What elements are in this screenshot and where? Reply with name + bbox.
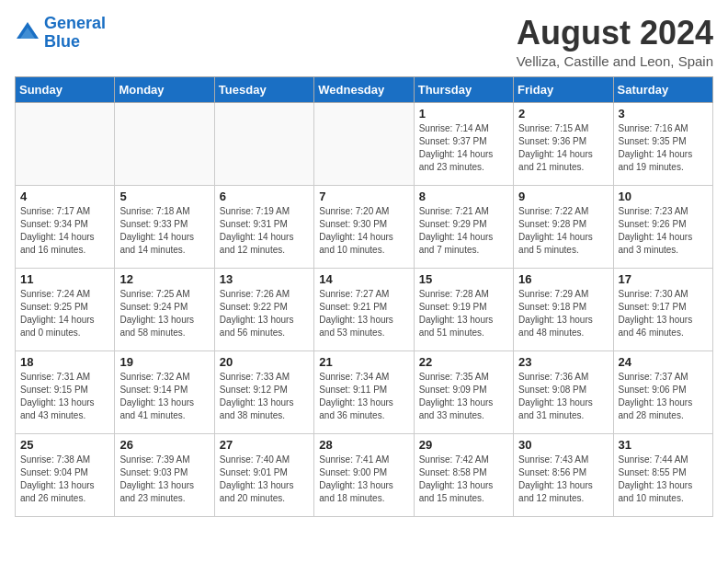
day-info: Sunrise: 7:37 AMSunset: 9:06 PMDaylight:… [619,371,708,422]
day-number: 17 [619,272,708,286]
day-number: 8 [419,190,508,203]
day-info: Sunrise: 7:19 AMSunset: 9:31 PMDaylight:… [220,205,309,257]
calendar-cell: 19Sunrise: 7:32 AMSunset: 9:14 PMDayligh… [115,350,214,433]
day-number: 7 [319,190,408,203]
day-info: Sunrise: 7:33 AMSunset: 9:12 PMDaylight:… [220,371,309,422]
weekday-header-monday: Monday [115,76,214,102]
day-info: Sunrise: 7:41 AMSunset: 9:00 PMDaylight:… [319,454,408,505]
week-row-4: 18Sunrise: 7:31 AMSunset: 9:15 PMDayligh… [16,350,713,433]
calendar-cell: 30Sunrise: 7:43 AMSunset: 8:56 PMDayligh… [514,433,613,516]
day-number: 22 [419,355,508,369]
day-info: Sunrise: 7:22 AMSunset: 9:28 PMDaylight:… [518,205,608,257]
calendar-cell: 21Sunrise: 7:34 AMSunset: 9:11 PMDayligh… [314,350,414,433]
calendar-cell: 17Sunrise: 7:30 AMSunset: 9:17 PMDayligh… [613,268,712,350]
day-info: Sunrise: 7:14 AMSunset: 9:37 PMDaylight:… [419,122,508,174]
day-number: 15 [419,272,508,286]
calendar-cell: 5Sunrise: 7:18 AMSunset: 9:33 PMDaylight… [115,185,214,268]
calendar-cell: 14Sunrise: 7:27 AMSunset: 9:21 PMDayligh… [314,268,414,350]
day-number: 23 [518,355,608,369]
day-info: Sunrise: 7:30 AMSunset: 9:17 PMDaylight:… [619,288,708,339]
day-info: Sunrise: 7:36 AMSunset: 9:08 PMDaylight:… [518,371,608,422]
calendar-cell: 11Sunrise: 7:24 AMSunset: 9:25 PMDayligh… [16,268,115,350]
day-info: Sunrise: 7:16 AMSunset: 9:35 PMDaylight:… [619,122,708,174]
calendar-cell: 9Sunrise: 7:22 AMSunset: 9:28 PMDaylight… [514,185,613,268]
week-row-5: 25Sunrise: 7:38 AMSunset: 9:04 PMDayligh… [16,433,713,516]
calendar-cell: 31Sunrise: 7:44 AMSunset: 8:55 PMDayligh… [613,433,712,516]
day-number: 18 [20,355,109,369]
calendar-cell: 28Sunrise: 7:41 AMSunset: 9:00 PMDayligh… [314,433,414,516]
day-info: Sunrise: 7:18 AMSunset: 9:33 PMDaylight:… [119,205,209,257]
main-title: August 2024 [517,15,713,52]
day-info: Sunrise: 7:32 AMSunset: 9:14 PMDaylight:… [119,371,209,422]
calendar-cell [16,102,115,185]
day-info: Sunrise: 7:15 AMSunset: 9:36 PMDaylight:… [518,122,608,174]
weekday-header-wednesday: Wednesday [314,76,414,102]
weekday-header-tuesday: Tuesday [214,76,313,102]
weekday-header-friday: Friday [514,76,613,102]
weekday-header-row: SundayMondayTuesdayWednesdayThursdayFrid… [16,76,713,102]
calendar-cell: 24Sunrise: 7:37 AMSunset: 9:06 PMDayligh… [613,350,712,433]
day-info: Sunrise: 7:17 AMSunset: 9:34 PMDaylight:… [20,205,109,257]
calendar-cell: 4Sunrise: 7:17 AMSunset: 9:34 PMDaylight… [16,185,115,268]
logo-line1: General [44,14,106,32]
calendar-cell [115,102,214,185]
calendar-cell: 1Sunrise: 7:14 AMSunset: 9:37 PMDaylight… [414,102,513,185]
calendar-cell: 25Sunrise: 7:38 AMSunset: 9:04 PMDayligh… [16,433,115,516]
weekday-header-saturday: Saturday [613,76,712,102]
calendar-cell: 20Sunrise: 7:33 AMSunset: 9:12 PMDayligh… [214,350,313,433]
weekday-header-thursday: Thursday [414,76,513,102]
day-number: 13 [220,272,309,286]
week-row-1: 1Sunrise: 7:14 AMSunset: 9:37 PMDaylight… [16,102,713,185]
calendar-table: SundayMondayTuesdayWednesdayThursdayFrid… [15,76,713,517]
day-number: 14 [319,272,408,286]
day-info: Sunrise: 7:40 AMSunset: 9:01 PMDaylight:… [220,454,309,505]
day-number: 31 [619,438,708,452]
day-info: Sunrise: 7:35 AMSunset: 9:09 PMDaylight:… [419,371,508,422]
calendar-cell: 7Sunrise: 7:20 AMSunset: 9:30 PMDaylight… [314,185,414,268]
day-info: Sunrise: 7:27 AMSunset: 9:21 PMDaylight:… [319,288,408,339]
day-number: 6 [220,190,309,203]
day-number: 16 [518,272,608,286]
calendar-cell [214,102,313,185]
calendar-cell: 18Sunrise: 7:31 AMSunset: 9:15 PMDayligh… [16,350,115,433]
day-number: 19 [119,355,209,369]
day-info: Sunrise: 7:34 AMSunset: 9:11 PMDaylight:… [319,371,408,422]
day-number: 29 [419,438,508,452]
day-number: 2 [518,107,608,121]
calendar-cell: 8Sunrise: 7:21 AMSunset: 9:29 PMDaylight… [414,185,513,268]
day-info: Sunrise: 7:39 AMSunset: 9:03 PMDaylight:… [119,454,209,505]
logo-line2: Blue [44,32,80,51]
day-number: 9 [518,190,608,203]
weekday-header-sunday: Sunday [16,76,115,102]
day-info: Sunrise: 7:24 AMSunset: 9:25 PMDaylight:… [20,288,109,339]
day-number: 21 [319,355,408,369]
title-block: August 2024 Velliza, Castille and Leon, … [517,15,713,69]
calendar-cell: 13Sunrise: 7:26 AMSunset: 9:22 PMDayligh… [214,268,313,350]
subtitle: Velliza, Castille and Leon, Spain [517,53,713,69]
day-number: 11 [20,272,109,286]
day-number: 26 [119,438,209,452]
day-number: 28 [319,438,408,452]
day-number: 20 [220,355,309,369]
day-info: Sunrise: 7:42 AMSunset: 8:58 PMDaylight:… [419,454,508,505]
day-number: 24 [619,355,708,369]
day-number: 3 [619,107,708,121]
calendar-cell: 10Sunrise: 7:23 AMSunset: 9:26 PMDayligh… [613,185,712,268]
day-info: Sunrise: 7:20 AMSunset: 9:30 PMDaylight:… [319,205,408,257]
logo-text: General Blue [44,15,106,52]
calendar-cell: 6Sunrise: 7:19 AMSunset: 9:31 PMDaylight… [214,185,313,268]
week-row-3: 11Sunrise: 7:24 AMSunset: 9:25 PMDayligh… [16,268,713,350]
calendar-cell: 16Sunrise: 7:29 AMSunset: 9:18 PMDayligh… [514,268,613,350]
calendar-cell: 27Sunrise: 7:40 AMSunset: 9:01 PMDayligh… [214,433,313,516]
day-info: Sunrise: 7:25 AMSunset: 9:24 PMDaylight:… [119,288,209,339]
calendar-cell: 29Sunrise: 7:42 AMSunset: 8:58 PMDayligh… [414,433,513,516]
calendar-cell: 22Sunrise: 7:35 AMSunset: 9:09 PMDayligh… [414,350,513,433]
day-number: 25 [20,438,109,452]
day-info: Sunrise: 7:44 AMSunset: 8:55 PMDaylight:… [619,454,708,505]
day-info: Sunrise: 7:21 AMSunset: 9:29 PMDaylight:… [419,205,508,257]
day-info: Sunrise: 7:38 AMSunset: 9:04 PMDaylight:… [20,454,109,505]
logo-icon [15,20,40,46]
day-number: 27 [220,438,309,452]
calendar-cell: 12Sunrise: 7:25 AMSunset: 9:24 PMDayligh… [115,268,214,350]
day-number: 1 [419,107,508,121]
